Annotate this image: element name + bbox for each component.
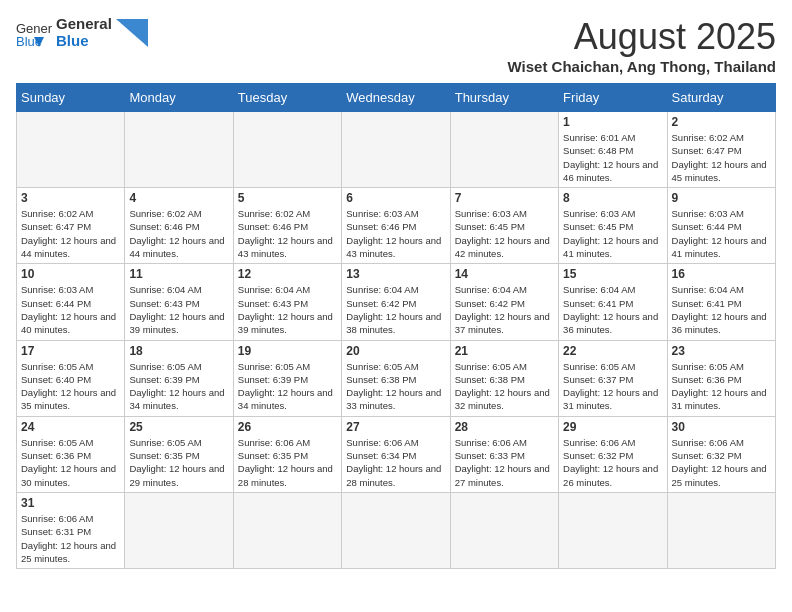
calendar-cell: 11Sunrise: 6:04 AM Sunset: 6:43 PM Dayli… [125, 264, 233, 340]
day-number: 30 [672, 420, 771, 434]
week-row-2: 10Sunrise: 6:03 AM Sunset: 6:44 PM Dayli… [17, 264, 776, 340]
day-number: 3 [21, 191, 120, 205]
day-info: Sunrise: 6:02 AM Sunset: 6:47 PM Dayligh… [21, 207, 120, 260]
day-info: Sunrise: 6:04 AM Sunset: 6:43 PM Dayligh… [238, 283, 337, 336]
logo-icon: General Blue [16, 19, 52, 47]
calendar-cell: 12Sunrise: 6:04 AM Sunset: 6:43 PM Dayli… [233, 264, 341, 340]
day-number: 26 [238, 420, 337, 434]
calendar-cell: 2Sunrise: 6:02 AM Sunset: 6:47 PM Daylig… [667, 112, 775, 188]
calendar-title: August 2025 [508, 16, 776, 58]
day-info: Sunrise: 6:05 AM Sunset: 6:37 PM Dayligh… [563, 360, 662, 413]
day-info: Sunrise: 6:05 AM Sunset: 6:40 PM Dayligh… [21, 360, 120, 413]
calendar-cell: 23Sunrise: 6:05 AM Sunset: 6:36 PM Dayli… [667, 340, 775, 416]
day-info: Sunrise: 6:03 AM Sunset: 6:45 PM Dayligh… [563, 207, 662, 260]
calendar-cell [342, 112, 450, 188]
day-number: 31 [21, 496, 120, 510]
calendar-cell [450, 492, 558, 568]
calendar-cell: 13Sunrise: 6:04 AM Sunset: 6:42 PM Dayli… [342, 264, 450, 340]
column-header-thursday: Thursday [450, 84, 558, 112]
day-number: 25 [129, 420, 228, 434]
day-number: 28 [455, 420, 554, 434]
week-row-0: 1Sunrise: 6:01 AM Sunset: 6:48 PM Daylig… [17, 112, 776, 188]
calendar-cell: 28Sunrise: 6:06 AM Sunset: 6:33 PM Dayli… [450, 416, 558, 492]
calendar-table: SundayMondayTuesdayWednesdayThursdayFrid… [16, 83, 776, 569]
header: General Blue General Blue August 2025 Wi… [16, 16, 776, 75]
day-number: 14 [455, 267, 554, 281]
calendar-cell: 22Sunrise: 6:05 AM Sunset: 6:37 PM Dayli… [559, 340, 667, 416]
day-info: Sunrise: 6:05 AM Sunset: 6:39 PM Dayligh… [129, 360, 228, 413]
day-number: 8 [563, 191, 662, 205]
calendar-cell [450, 112, 558, 188]
day-number: 5 [238, 191, 337, 205]
calendar-cell: 25Sunrise: 6:05 AM Sunset: 6:35 PM Dayli… [125, 416, 233, 492]
calendar-cell [17, 112, 125, 188]
calendar-cell: 4Sunrise: 6:02 AM Sunset: 6:46 PM Daylig… [125, 188, 233, 264]
svg-text:Blue: Blue [16, 34, 42, 47]
calendar-cell: 19Sunrise: 6:05 AM Sunset: 6:39 PM Dayli… [233, 340, 341, 416]
calendar-cell: 9Sunrise: 6:03 AM Sunset: 6:44 PM Daylig… [667, 188, 775, 264]
calendar-cell: 16Sunrise: 6:04 AM Sunset: 6:41 PM Dayli… [667, 264, 775, 340]
calendar-cell [667, 492, 775, 568]
week-row-1: 3Sunrise: 6:02 AM Sunset: 6:47 PM Daylig… [17, 188, 776, 264]
day-info: Sunrise: 6:06 AM Sunset: 6:31 PM Dayligh… [21, 512, 120, 565]
day-number: 19 [238, 344, 337, 358]
calendar-cell: 27Sunrise: 6:06 AM Sunset: 6:34 PM Dayli… [342, 416, 450, 492]
calendar-cell: 17Sunrise: 6:05 AM Sunset: 6:40 PM Dayli… [17, 340, 125, 416]
calendar-cell [125, 492, 233, 568]
column-header-wednesday: Wednesday [342, 84, 450, 112]
calendar-cell: 18Sunrise: 6:05 AM Sunset: 6:39 PM Dayli… [125, 340, 233, 416]
day-info: Sunrise: 6:03 AM Sunset: 6:45 PM Dayligh… [455, 207, 554, 260]
calendar-cell: 10Sunrise: 6:03 AM Sunset: 6:44 PM Dayli… [17, 264, 125, 340]
day-number: 2 [672, 115, 771, 129]
day-info: Sunrise: 6:02 AM Sunset: 6:46 PM Dayligh… [129, 207, 228, 260]
day-info: Sunrise: 6:05 AM Sunset: 6:36 PM Dayligh… [672, 360, 771, 413]
day-info: Sunrise: 6:05 AM Sunset: 6:38 PM Dayligh… [455, 360, 554, 413]
day-number: 27 [346, 420, 445, 434]
calendar-cell: 7Sunrise: 6:03 AM Sunset: 6:45 PM Daylig… [450, 188, 558, 264]
calendar-cell [233, 492, 341, 568]
day-info: Sunrise: 6:04 AM Sunset: 6:42 PM Dayligh… [455, 283, 554, 336]
calendar-cell: 1Sunrise: 6:01 AM Sunset: 6:48 PM Daylig… [559, 112, 667, 188]
column-header-friday: Friday [559, 84, 667, 112]
calendar-cell: 26Sunrise: 6:06 AM Sunset: 6:35 PM Dayli… [233, 416, 341, 492]
logo-blue-text: Blue [56, 33, 112, 50]
calendar-header-row: SundayMondayTuesdayWednesdayThursdayFrid… [17, 84, 776, 112]
day-number: 18 [129, 344, 228, 358]
day-info: Sunrise: 6:03 AM Sunset: 6:46 PM Dayligh… [346, 207, 445, 260]
calendar-cell: 8Sunrise: 6:03 AM Sunset: 6:45 PM Daylig… [559, 188, 667, 264]
calendar-cell: 6Sunrise: 6:03 AM Sunset: 6:46 PM Daylig… [342, 188, 450, 264]
day-number: 11 [129, 267, 228, 281]
day-number: 24 [21, 420, 120, 434]
column-header-saturday: Saturday [667, 84, 775, 112]
day-info: Sunrise: 6:06 AM Sunset: 6:35 PM Dayligh… [238, 436, 337, 489]
calendar-cell: 3Sunrise: 6:02 AM Sunset: 6:47 PM Daylig… [17, 188, 125, 264]
day-info: Sunrise: 6:06 AM Sunset: 6:32 PM Dayligh… [563, 436, 662, 489]
day-info: Sunrise: 6:02 AM Sunset: 6:47 PM Dayligh… [672, 131, 771, 184]
calendar-cell: 14Sunrise: 6:04 AM Sunset: 6:42 PM Dayli… [450, 264, 558, 340]
day-number: 10 [21, 267, 120, 281]
day-number: 16 [672, 267, 771, 281]
calendar-cell: 24Sunrise: 6:05 AM Sunset: 6:36 PM Dayli… [17, 416, 125, 492]
day-info: Sunrise: 6:05 AM Sunset: 6:35 PM Dayligh… [129, 436, 228, 489]
svg-marker-3 [116, 19, 148, 47]
calendar-cell: 15Sunrise: 6:04 AM Sunset: 6:41 PM Dayli… [559, 264, 667, 340]
day-info: Sunrise: 6:01 AM Sunset: 6:48 PM Dayligh… [563, 131, 662, 184]
day-number: 23 [672, 344, 771, 358]
column-header-monday: Monday [125, 84, 233, 112]
day-info: Sunrise: 6:03 AM Sunset: 6:44 PM Dayligh… [21, 283, 120, 336]
day-number: 20 [346, 344, 445, 358]
calendar-cell: 21Sunrise: 6:05 AM Sunset: 6:38 PM Dayli… [450, 340, 558, 416]
column-header-sunday: Sunday [17, 84, 125, 112]
day-number: 17 [21, 344, 120, 358]
week-row-4: 24Sunrise: 6:05 AM Sunset: 6:36 PM Dayli… [17, 416, 776, 492]
calendar-cell [233, 112, 341, 188]
day-info: Sunrise: 6:05 AM Sunset: 6:39 PM Dayligh… [238, 360, 337, 413]
calendar-cell: 31Sunrise: 6:06 AM Sunset: 6:31 PM Dayli… [17, 492, 125, 568]
day-number: 15 [563, 267, 662, 281]
day-number: 1 [563, 115, 662, 129]
day-number: 12 [238, 267, 337, 281]
day-info: Sunrise: 6:04 AM Sunset: 6:42 PM Dayligh… [346, 283, 445, 336]
week-row-5: 31Sunrise: 6:06 AM Sunset: 6:31 PM Dayli… [17, 492, 776, 568]
day-number: 22 [563, 344, 662, 358]
calendar-cell: 30Sunrise: 6:06 AM Sunset: 6:32 PM Dayli… [667, 416, 775, 492]
